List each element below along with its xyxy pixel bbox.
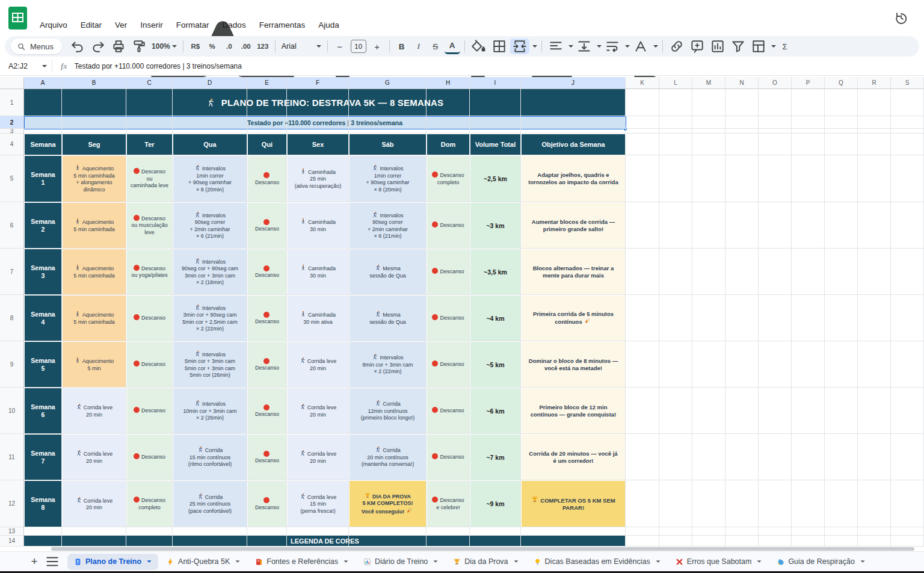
cell-w3-ter[interactable]: Descansoou yoga/pilates bbox=[126, 249, 173, 295]
sheet-tab-plano-de-treino[interactable]: Plano de Treino bbox=[67, 554, 158, 570]
column-header-A[interactable]: A bbox=[24, 77, 62, 89]
table-header-9[interactable]: Objetivo da Semana bbox=[521, 134, 626, 155]
table-header-2[interactable]: Ter bbox=[126, 134, 173, 155]
sheet-tab-fontes-e-refer-ncias[interactable]: Fontes e Referências bbox=[248, 554, 355, 570]
cell-w4-dom[interactable]: Descanso bbox=[427, 295, 470, 341]
row-header-9[interactable]: 9 bbox=[0, 341, 24, 388]
cell-w7-qua[interactable]: Corrida15 min contínuos(ritmo confortáve… bbox=[173, 434, 247, 480]
cell-goal-7[interactable]: Corrida de 20 minutos — você já é um cor… bbox=[521, 434, 626, 480]
cell-volume-8[interactable]: ~9 km bbox=[470, 480, 521, 527]
column-header-S[interactable]: S bbox=[891, 77, 924, 89]
cell-w5-sab[interactable]: Intervalos8min cor + 3min cam× 2 (22min) bbox=[349, 341, 427, 388]
table-header-3[interactable]: Qua bbox=[173, 134, 247, 155]
column-header-D[interactable]: D bbox=[173, 77, 247, 89]
currency-format-button[interactable]: R$ bbox=[188, 39, 203, 54]
cell-week-2[interactable]: Semana2 bbox=[24, 202, 62, 249]
font-size-input[interactable]: 10 bbox=[351, 40, 366, 53]
column-header-I[interactable]: I bbox=[470, 77, 521, 89]
cell-w5-qui[interactable]: Descanso bbox=[247, 341, 287, 388]
cell-w4-sab[interactable]: Mesmasessão de Qua bbox=[349, 295, 427, 341]
column-header-R[interactable]: R bbox=[858, 77, 891, 89]
column-header-B[interactable]: B bbox=[62, 77, 126, 89]
cell-w4-seg[interactable]: Aquecimento5 min caminhada bbox=[62, 295, 126, 341]
cell-volume-4[interactable]: ~4 km bbox=[470, 295, 521, 341]
cell-w2-sab[interactable]: Intervalos90seg correr+ 2min caminhar× 6… bbox=[349, 202, 427, 249]
menu-ver[interactable]: Ver bbox=[109, 19, 132, 31]
cell-volume-5[interactable]: ~5 km bbox=[470, 341, 521, 388]
cell-w4-qui[interactable]: Descanso bbox=[247, 295, 287, 341]
cell-week-1[interactable]: Semana1 bbox=[24, 155, 62, 202]
cell-week-4[interactable]: Semana4 bbox=[24, 295, 62, 341]
cell-goal-1[interactable]: Adaptar joelhos, quadris e tornozelos ao… bbox=[521, 155, 626, 202]
row-header-2[interactable]: 2 bbox=[0, 116, 24, 129]
cell-w7-dom[interactable]: Descanso bbox=[427, 434, 470, 480]
cell-w7-qui[interactable]: Descanso bbox=[247, 434, 287, 480]
cell-w3-dom[interactable]: Descanso bbox=[427, 249, 470, 295]
text-color-button[interactable]: A bbox=[445, 39, 460, 54]
column-header-G[interactable]: G bbox=[349, 77, 427, 89]
filter-button[interactable] bbox=[728, 39, 748, 54]
column-header-O[interactable]: O bbox=[759, 77, 792, 89]
version-history-icon[interactable] bbox=[894, 11, 908, 25]
cell-goal-8[interactable]: COMPLETAR OS 5 KM SEM PARAR! bbox=[521, 480, 626, 527]
table-header-1[interactable]: Seg bbox=[62, 134, 126, 155]
row-header-13[interactable]: 13 bbox=[0, 527, 24, 536]
cell-w6-sex[interactable]: Corrida leve20 min bbox=[287, 388, 349, 434]
cell-w1-dom[interactable]: Descansocompleto bbox=[427, 155, 470, 202]
sheet-tab-dia-da-prova[interactable]: Dia da Prova bbox=[446, 554, 525, 570]
vertical-align-button[interactable] bbox=[574, 39, 594, 54]
cell-w8-qua[interactable]: Corrida25 min contínuos(pace confortável… bbox=[173, 480, 247, 527]
grid-corner[interactable] bbox=[0, 77, 24, 89]
name-box[interactable]: A2:J2 bbox=[0, 62, 52, 70]
cell-w3-sex[interactable]: Caminhada30 min bbox=[287, 249, 349, 295]
all-sheets-button[interactable] bbox=[45, 554, 60, 569]
cell-week-5[interactable]: Semana5 bbox=[24, 341, 62, 388]
cell-w2-qui[interactable]: Descanso bbox=[247, 202, 287, 249]
horizontal-align-button[interactable] bbox=[546, 39, 565, 54]
row-header-14[interactable]: 14 bbox=[0, 536, 24, 547]
cell-w8-ter[interactable]: Descansocompleto bbox=[126, 480, 173, 527]
column-header-E[interactable]: E bbox=[247, 77, 287, 89]
increase-decimal-button[interactable]: .00 bbox=[238, 39, 254, 54]
table-header-8[interactable]: Volume Total bbox=[470, 134, 521, 155]
cell-week-7[interactable]: Semana7 bbox=[24, 434, 62, 480]
cell-w1-qui[interactable]: Descanso bbox=[247, 155, 287, 202]
cell-w6-dom[interactable]: Descanso bbox=[427, 388, 470, 434]
row-header-4[interactable]: 4 bbox=[0, 134, 24, 155]
functions-button[interactable]: Σ bbox=[777, 39, 793, 54]
column-header-Q[interactable]: Q bbox=[825, 77, 858, 89]
borders-button[interactable] bbox=[490, 39, 509, 54]
row-header-3[interactable]: 3 bbox=[0, 129, 24, 134]
menu-inserir[interactable]: Inserir bbox=[135, 19, 168, 31]
table-button[interactable] bbox=[749, 39, 768, 54]
decrease-decimal-button[interactable]: .0 bbox=[221, 39, 237, 54]
cell-w8-sex[interactable]: Corrida leve15 min(perna fresca!) bbox=[287, 480, 349, 527]
table-header-5[interactable]: Sex bbox=[287, 134, 349, 155]
cell-goal-2[interactable]: Aumentar blocos de corrida — primeiro gr… bbox=[521, 202, 626, 249]
text-rotation-button[interactable] bbox=[631, 39, 650, 54]
cell-w6-ter[interactable]: Descanso bbox=[126, 388, 173, 434]
cell-week-8[interactable]: Semana8 bbox=[24, 480, 62, 527]
menu-dados[interactable]: Dados bbox=[217, 19, 251, 31]
scrollbar-thumb[interactable] bbox=[51, 547, 914, 551]
cell-w7-ter[interactable]: Descanso bbox=[126, 434, 173, 480]
cell-volume-3[interactable]: ~3,5 km bbox=[470, 249, 521, 295]
column-header-C[interactable]: C bbox=[126, 77, 173, 89]
subtitle-banner[interactable]: Testado por +110.000 corredores | 3 trei… bbox=[24, 116, 626, 129]
column-header-K[interactable]: K bbox=[626, 77, 659, 89]
bold-button[interactable]: B bbox=[394, 39, 410, 54]
cell-w2-seg[interactable]: Aquecimento5 min caminhada bbox=[62, 202, 126, 249]
cell-w1-qua[interactable]: Intervalos1min correr+ 90seg caminhar× 8… bbox=[173, 155, 247, 202]
row-header-6[interactable]: 6 bbox=[0, 202, 24, 249]
column-header-J[interactable]: J bbox=[521, 77, 626, 89]
column-header-H[interactable]: H bbox=[427, 77, 470, 89]
cell-w3-seg[interactable]: Aquecimento5 min caminhada bbox=[62, 249, 126, 295]
cell-volume-1[interactable]: ~2,5 km bbox=[470, 155, 521, 202]
paint-format-button[interactable] bbox=[129, 39, 149, 54]
menu-arquivo[interactable]: Arquivo bbox=[34, 19, 73, 31]
column-header-F[interactable]: F bbox=[287, 77, 349, 89]
row-header-11[interactable]: 11 bbox=[0, 434, 24, 480]
increase-font-button[interactable]: + bbox=[369, 39, 385, 54]
sheet-tab-guia-de-respira-o[interactable]: Guia de Respiração bbox=[770, 554, 871, 570]
cell-w2-ter[interactable]: Descansoou musculaçãoleve bbox=[126, 202, 173, 249]
